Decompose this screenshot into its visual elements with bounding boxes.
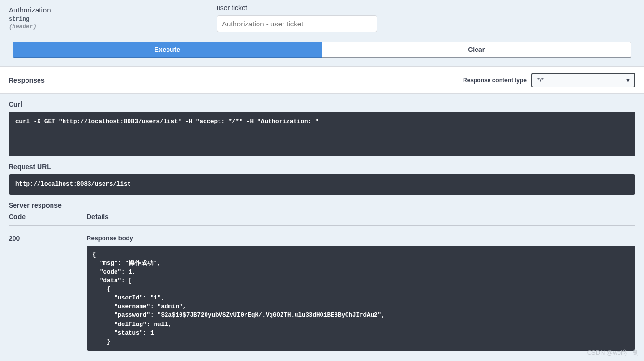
request-url-value: http://localhost:8083/users/list [9,174,635,195]
request-url-label: Request URL [9,163,635,171]
parameter-in: (header) [9,24,217,30]
response-row: 200 Response body { "msg": "操作成功", "code… [9,226,635,351]
responses-bar: Responses Response content type */* ▼ [0,66,644,94]
response-body-label: Response body [87,235,635,242]
parameter-description: user ticket [217,4,635,12]
content-type-select[interactable]: */* [531,73,635,87]
content-type-wrap: Response content type */* ▼ [463,73,635,87]
parameter-value: user ticket [217,4,635,32]
curl-command: curl -X GET "http://localhost:8083/users… [9,112,635,156]
response-details: Response body { "msg": "操作成功", "code": 1… [87,235,635,351]
request-url-section: Request URL http://localhost:8083/users/… [0,156,644,195]
code-header: Code [9,213,87,221]
execute-button[interactable]: Execute [13,42,322,58]
response-table: Code Details 200 Response body { "msg": … [9,213,635,351]
curl-section: Curl curl -X GET "http://localhost:8083/… [0,94,644,156]
parameter-type: string [9,16,217,23]
response-table-head: Code Details [9,213,635,226]
parameter-row: Authorization string (header) user ticke… [9,4,635,32]
clear-button[interactable]: Clear [322,42,632,58]
parameters-section: Authorization string (header) user ticke… [0,0,644,42]
content-type-label: Response content type [463,77,527,84]
parameter-name: Authorization [9,6,217,14]
watermark: CSDN @wolf犭 良 [587,349,638,351]
response-code: 200 [9,235,87,351]
parameter-meta: Authorization string (header) [9,4,217,32]
curl-label: Curl [9,100,635,108]
details-header: Details [87,213,635,221]
server-response-section: Server response Code Details 200 Respons… [0,195,644,351]
response-body: { "msg": "操作成功", "code": 1, "data": [ { … [87,246,635,351]
server-response-label: Server response [9,201,635,209]
responses-title: Responses [9,76,45,84]
authorization-input[interactable] [217,15,377,32]
button-row: Execute Clear [0,42,644,58]
